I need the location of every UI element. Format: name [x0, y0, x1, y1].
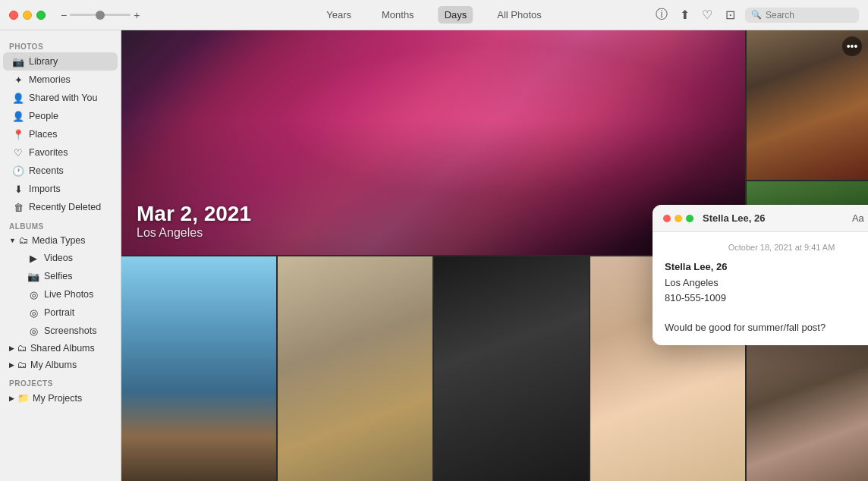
note-content-name: Stella Lee, 26 [665, 261, 868, 272]
sidebar-item-label: Media Types [32, 235, 86, 246]
note-timestamp: October 18, 2021 at 9:41 AM [665, 243, 868, 252]
sidebar-item-places[interactable]: 📍 Places [3, 125, 118, 143]
note-content-text: Los Angeles 810-555-1009 Would be good f… [665, 275, 868, 335]
traffic-lights [9, 11, 46, 20]
projects-section-label: Projects [0, 373, 121, 389]
zoom-track[interactable] [70, 14, 131, 16]
selfies-icon: 📷 [27, 270, 39, 282]
favorites-icon: ♡ [12, 146, 24, 159]
sidebar-item-label: Screenshots [44, 325, 96, 336]
sidebar-item-imports[interactable]: ⬇ Imports [3, 180, 118, 198]
minimize-button[interactable] [23, 11, 32, 20]
sidebar-item-videos[interactable]: ▶ Videos [18, 249, 118, 267]
close-button[interactable] [9, 11, 18, 20]
chevron-down-icon: ▼ [9, 237, 16, 244]
sidebar-item-selfies[interactable]: 📷 Selfies [18, 267, 118, 285]
chevron-right-icon: ▶ [9, 344, 14, 352]
bottom-photo-1[interactable] [121, 256, 276, 481]
zoom-plus-button[interactable]: + [134, 9, 140, 21]
search-input[interactable] [766, 10, 853, 20]
sidebar-item-live-photos[interactable]: ◎ Live Photos [18, 285, 118, 303]
media-sub-items: ▶ Videos 📷 Selfies ◎ Live Photos ◎ Portr… [0, 249, 121, 340]
photos-section-label: Photos [0, 36, 121, 52]
recently-deleted-icon: 🗑 [12, 201, 24, 213]
sidebar-item-library[interactable]: 📷 Library [3, 52, 118, 71]
shared-with-you-icon: 👤 [12, 92, 24, 104]
portrait-icon: ◎ [27, 307, 39, 319]
note-popup: Stella Lee, 26 Aa ☰ >> October 18, 2021 … [653, 205, 868, 345]
media-types-icon: 🗂 [19, 235, 29, 246]
sidebar-item-shared-albums[interactable]: ▶ 🗂 Shared Albums [3, 340, 118, 357]
font-icon[interactable]: Aa [852, 212, 864, 224]
tab-days[interactable]: Days [439, 6, 473, 24]
sidebar-item-label: Memories [29, 74, 71, 85]
photo-overlay-text: Mar 2, 2021 Los Angeles [137, 202, 251, 240]
sidebar-item-label: Videos [44, 253, 73, 263]
shared-albums-icon: 🗂 [17, 343, 27, 354]
sidebar-item-label: Live Photos [44, 289, 93, 300]
sidebar-item-label: My Albums [30, 360, 77, 370]
recents-icon: 🕐 [12, 165, 24, 177]
albums-section-label: Albums [0, 216, 121, 232]
note-maximize-button[interactable] [686, 215, 693, 222]
screenshots-icon: ◎ [27, 325, 39, 337]
tab-years[interactable]: Years [320, 6, 357, 24]
main-content: Photos 📷 Library ✦ Memories 👤 Shared wit… [0, 30, 868, 481]
crop-icon[interactable]: ⊡ [722, 8, 737, 23]
sidebar-item-recents[interactable]: 🕐 Recents [3, 162, 118, 180]
sidebar-item-label: Portrait [44, 307, 74, 318]
sidebar: Photos 📷 Library ✦ Memories 👤 Shared wit… [0, 30, 121, 481]
note-titlebar: Stella Lee, 26 Aa ☰ >> [653, 205, 868, 232]
bottom-photo-1-bg [121, 256, 276, 481]
bottom-photo-3-bg [434, 256, 589, 481]
note-toolbar: Aa ☰ >> [852, 212, 868, 224]
toolbar-right: ⓘ ⬆ ♡ ⊡ 🔍 [654, 8, 859, 23]
sidebar-item-favorites[interactable]: ♡ Favorites [3, 143, 118, 162]
search-box[interactable]: 🔍 [745, 8, 859, 23]
sidebar-item-label: Selfies [44, 271, 73, 281]
search-icon: 🔍 [751, 10, 762, 20]
right-photo-1[interactable]: ••• [747, 30, 868, 180]
my-albums-icon: 🗂 [17, 360, 27, 370]
sidebar-item-my-albums[interactable]: ▶ 🗂 My Albums [3, 357, 118, 373]
info-icon[interactable]: ⓘ [654, 8, 669, 23]
note-close-button[interactable] [663, 215, 671, 222]
chevron-right-icon-2: ▶ [9, 361, 14, 369]
sidebar-item-label: Favorites [29, 147, 68, 158]
more-options-button[interactable]: ••• [842, 36, 862, 56]
sidebar-item-label: Shared with You [29, 93, 97, 103]
sidebar-item-memories[interactable]: ✦ Memories [3, 71, 118, 89]
zoom-minus-button[interactable]: − [61, 9, 67, 21]
places-icon: 📍 [12, 128, 24, 140]
main-photo[interactable]: Mar 2, 2021 Los Angeles [121, 30, 745, 255]
tab-all-photos[interactable]: All Photos [491, 6, 548, 24]
zoom-slider: − + [61, 9, 140, 21]
right-photo-3-bg [747, 332, 868, 481]
note-title: Stella Lee, 26 [703, 212, 846, 224]
memories-icon: ✦ [12, 74, 24, 86]
note-minimize-button[interactable] [675, 215, 682, 222]
sidebar-item-portrait[interactable]: ◎ Portrait [18, 303, 118, 322]
sidebar-item-label: My Projects [33, 393, 82, 404]
zoom-thumb[interactable] [96, 11, 105, 20]
sidebar-item-my-projects[interactable]: ▶ 📁 My Projects [3, 389, 118, 407]
share-icon[interactable]: ⬆ [677, 8, 692, 23]
bottom-photo-3[interactable] [434, 256, 589, 481]
sidebar-item-screenshots[interactable]: ◎ Screenshots [18, 322, 118, 340]
sidebar-item-label: Places [29, 129, 58, 140]
bottom-photo-2[interactable] [278, 256, 432, 481]
titlebar: − + Years Months Days All Photos ⓘ ⬆ ♡ ⊡… [0, 0, 868, 30]
sidebar-item-media-types[interactable]: ▼ 🗂 Media Types [3, 232, 118, 249]
photo-location: Los Angeles [137, 226, 251, 240]
heart-icon[interactable]: ♡ [700, 8, 715, 23]
sidebar-item-shared-with-you[interactable]: 👤 Shared with You [3, 89, 118, 107]
right-photo-3[interactable] [747, 332, 868, 481]
sidebar-item-recently-deleted[interactable]: 🗑 Recently Deleted [3, 198, 118, 216]
sidebar-item-label: Library [29, 56, 58, 67]
maximize-button[interactable] [36, 11, 46, 20]
my-projects-icon: 📁 [17, 392, 30, 404]
sidebar-item-people[interactable]: 👤 People [3, 107, 118, 125]
tab-months[interactable]: Months [376, 6, 420, 24]
live-photos-icon: ◎ [27, 288, 39, 300]
people-icon: 👤 [12, 110, 24, 122]
